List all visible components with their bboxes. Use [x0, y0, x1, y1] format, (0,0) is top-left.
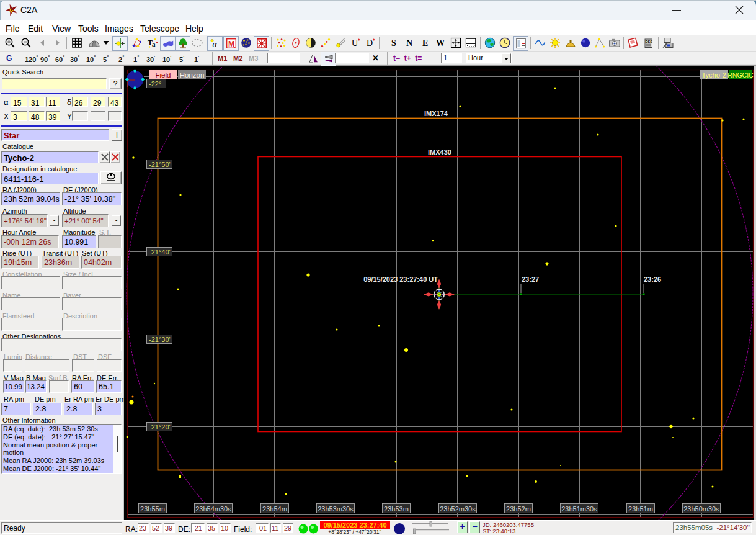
svg-text:-21°40': -21°40': [149, 248, 171, 256]
svg-text:N: N: [406, 38, 412, 48]
svg-text:IMX430: IMX430: [428, 148, 451, 156]
svg-text:23h53m: 23h53m: [384, 505, 409, 513]
svg-text:S: S: [391, 38, 396, 48]
svg-text:DSS: DSS: [645, 40, 652, 43]
svg-text:Horizon: Horizon: [180, 71, 205, 79]
svg-text:-22°: -22°: [149, 80, 161, 88]
svg-text:23h51m30s: 23h51m30s: [561, 505, 597, 513]
svg-text:a: a: [152, 40, 156, 48]
svg-text:α: α: [212, 40, 217, 48]
svg-text:W: W: [436, 38, 445, 48]
svg-text:23:26: 23:26: [644, 276, 661, 283]
svg-text:Field: Field: [156, 71, 171, 79]
svg-text:23h53m30s: 23h53m30s: [318, 505, 354, 513]
svg-text:23h55m: 23h55m: [140, 505, 165, 513]
svg-text:-21°30': -21°30': [149, 336, 171, 343]
svg-text:E: E: [422, 38, 428, 48]
svg-text:RNGCIC: RNGCIC: [727, 71, 754, 79]
svg-text:U: U: [352, 38, 358, 48]
svg-text:-21°50': -21°50': [149, 161, 171, 168]
svg-text:23h52m: 23h52m: [506, 505, 531, 513]
svg-text:23h52m30s: 23h52m30s: [440, 505, 476, 513]
svg-text:23h50m30s: 23h50m30s: [683, 505, 719, 513]
svg-text:23:27: 23:27: [522, 276, 539, 283]
svg-text:D: D: [367, 38, 373, 48]
svg-text:09/15/2023 23:27:40 UT: 09/15/2023 23:27:40 UT: [363, 276, 438, 283]
svg-text:23h51m: 23h51m: [628, 505, 653, 513]
svg-text:-21°20': -21°20': [149, 423, 171, 431]
svg-text:23h54m: 23h54m: [262, 505, 287, 513]
svg-text:IMX174: IMX174: [424, 110, 448, 117]
svg-text:Tycho-2: Tycho-2: [701, 71, 726, 79]
svg-text:23h54m30s: 23h54m30s: [195, 505, 231, 513]
